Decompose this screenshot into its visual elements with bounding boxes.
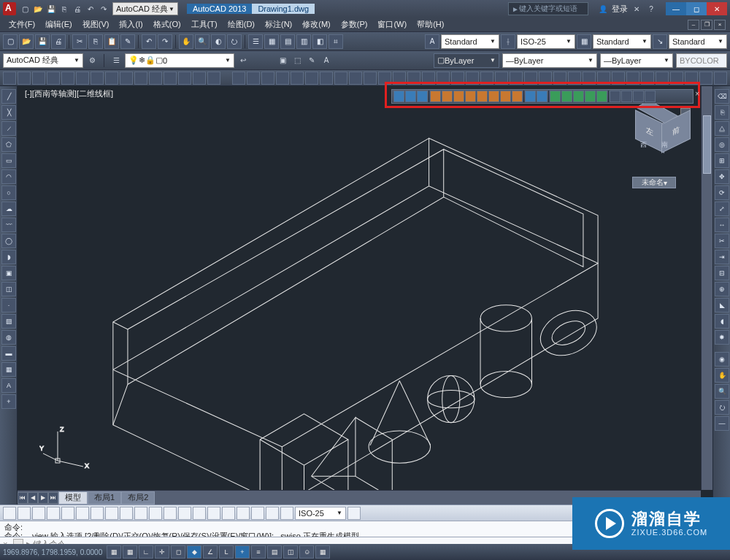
dim-insp-icon[interactable] <box>222 507 235 520</box>
dim-jogl-icon[interactable] <box>237 507 250 520</box>
sm-right-btn-2[interactable] <box>261 72 274 85</box>
open-icon[interactable]: 📂 <box>32 3 44 15</box>
array-tool[interactable]: ⊞ <box>715 153 729 168</box>
point-tool[interactable]: · <box>1 298 16 312</box>
sm-right-btn-5[interactable] <box>305 72 318 85</box>
dim-ord-icon[interactable] <box>47 507 60 520</box>
ducs-toggle[interactable]: L <box>219 545 234 559</box>
menu-param[interactable]: 参数(P) <box>337 18 372 31</box>
slice-icon[interactable] <box>610 91 620 102</box>
plotstyle-combo[interactable]: BYCOLOR <box>676 53 727 68</box>
sc-toggle[interactable]: ⎉ <box>299 545 314 559</box>
line-tool[interactable]: ╱ <box>1 89 16 104</box>
linetype-combo[interactable]: — ByLayer▼ <box>502 53 597 68</box>
tab-nav-prev[interactable]: ◀ <box>28 492 38 504</box>
sm-left-btn-5[interactable] <box>76 72 89 85</box>
match-button[interactable]: ✎ <box>120 34 135 49</box>
mleader-style-combo[interactable]: Standard▼ <box>669 34 727 49</box>
fillet-tool[interactable]: ◖ <box>715 314 729 329</box>
ellipsearc-tool[interactable]: ◗ <box>1 250 16 264</box>
dim-quick-icon[interactable] <box>120 507 133 520</box>
chamfer-tool[interactable]: ◣ <box>715 298 729 312</box>
sm-right-btn-33[interactable] <box>714 72 727 85</box>
sheetset-button[interactable]: ▥ <box>296 34 311 49</box>
dim-ang-icon[interactable] <box>105 507 118 520</box>
vertical-scrollbar[interactable] <box>701 86 712 490</box>
circle-tool[interactable]: ○ <box>1 185 16 200</box>
dim-cont-icon[interactable] <box>149 507 162 520</box>
redo-icon[interactable]: ↷ <box>98 3 110 15</box>
dcenter-button[interactable]: ▦ <box>264 34 279 49</box>
viewcube-ucs-label[interactable]: 未命名 ▾ <box>632 177 676 188</box>
sm-left-btn-3[interactable] <box>47 72 60 85</box>
menu-draw[interactable]: 绘图(D) <box>223 18 259 31</box>
sm-left-btn-12[interactable] <box>178 72 191 85</box>
menu-view[interactable]: 视图(V) <box>78 18 114 31</box>
dim-break-icon[interactable] <box>178 507 191 520</box>
layer-prev-icon[interactable]: ↩ <box>237 55 249 66</box>
sm-left-btn-9[interactable] <box>134 72 147 85</box>
print-icon[interactable]: 🖨 <box>72 3 83 15</box>
gradient-tool[interactable]: ◍ <box>1 330 16 345</box>
text-style-combo[interactable]: Standard▼ <box>441 34 499 49</box>
tab-nav-last[interactable]: ⏭ <box>48 492 58 504</box>
nav-orbit[interactable]: ⭮ <box>715 400 729 415</box>
sm-right-btn-0[interactable] <box>232 72 245 85</box>
menu-format[interactable]: 格式(O) <box>149 18 185 31</box>
snap-toggle[interactable]: ▦ <box>107 545 121 559</box>
dim-arc-icon[interactable] <box>32 507 45 520</box>
clean-icon[interactable] <box>561 91 572 102</box>
sm-left-btn-6[interactable] <box>91 72 104 85</box>
zoom-prev-button[interactable]: ◐ <box>211 34 226 49</box>
maximize-button[interactable]: ◻ <box>686 2 707 15</box>
plot-button[interactable]: 🖨 <box>51 34 66 49</box>
move-tool[interactable]: ✥ <box>715 169 729 184</box>
attr-icon[interactable]: A <box>320 55 332 66</box>
dim-space-icon[interactable] <box>164 507 177 520</box>
toolpal-button[interactable]: ▤ <box>280 34 295 49</box>
tab-layout1[interactable]: 布局1 <box>88 491 121 505</box>
drawing-canvas[interactable]: [-][西南等轴测][二维线框] <box>18 86 712 505</box>
mdi-restore-button[interactable]: ❐ <box>701 20 712 30</box>
nav-zoom[interactable]: 🔍 <box>715 384 729 399</box>
color-edge-icon[interactable] <box>537 91 548 102</box>
layer-combo[interactable]: 💡❄🔒▢ 0▼ <box>125 53 234 68</box>
otrack-toggle[interactable]: ∠ <box>203 545 218 559</box>
scale-tool[interactable]: ⤢ <box>715 202 729 216</box>
calc-button[interactable]: ⌗ <box>328 34 343 49</box>
table-style-combo[interactable]: Standard▼ <box>593 34 651 49</box>
menu-help[interactable]: 帮助(H) <box>412 18 448 31</box>
minimize-button[interactable]: — <box>666 2 686 15</box>
3dosnap-toggle[interactable]: ◆ <box>187 545 201 559</box>
color-face-icon[interactable] <box>512 91 523 102</box>
nav-pan[interactable]: ✋ <box>715 368 729 383</box>
sm-right-btn-4[interactable] <box>291 72 304 85</box>
dim-aligned-icon[interactable] <box>18 507 31 520</box>
hatch-tool[interactable]: ▨ <box>1 314 16 329</box>
zoom-button[interactable]: 🔍 <box>195 34 210 49</box>
am-toggle[interactable]: ▦ <box>315 545 330 559</box>
close-button[interactable]: ✕ <box>707 2 727 15</box>
table-tool[interactable]: ▦ <box>1 362 16 377</box>
nav-fullnav[interactable]: ◉ <box>715 352 729 367</box>
offset-face-icon[interactable] <box>453 91 464 102</box>
erase-tool[interactable]: ⌫ <box>715 89 729 104</box>
workspace-selector[interactable]: AutoCAD 经典▼ <box>112 2 178 15</box>
undo-button[interactable]: ↶ <box>142 34 156 49</box>
lineweight-combo[interactable]: — ByLayer▼ <box>600 53 673 68</box>
dim-style-icon[interactable]: ⟊ <box>501 34 515 49</box>
union-icon[interactable] <box>393 91 404 102</box>
tab-layout2[interactable]: 布局2 <box>121 491 155 505</box>
float-toolbar-close-icon[interactable]: × <box>695 90 699 98</box>
dim-dia-icon[interactable] <box>91 507 104 520</box>
table-style-icon[interactable]: ▦ <box>577 34 591 49</box>
break-tool[interactable]: ⊟ <box>715 266 729 280</box>
sm-left-btn-1[interactable] <box>18 72 31 85</box>
sm-right-btn-7[interactable] <box>334 72 347 85</box>
check-icon[interactable] <box>596 91 607 102</box>
sm-left-btn-7[interactable] <box>105 72 118 85</box>
separate-icon[interactable] <box>573 91 584 102</box>
help-search[interactable]: ► 键入关键字或短语 <box>508 2 588 15</box>
sm-left-btn-13[interactable] <box>193 72 206 85</box>
move-face-icon[interactable] <box>442 91 453 102</box>
